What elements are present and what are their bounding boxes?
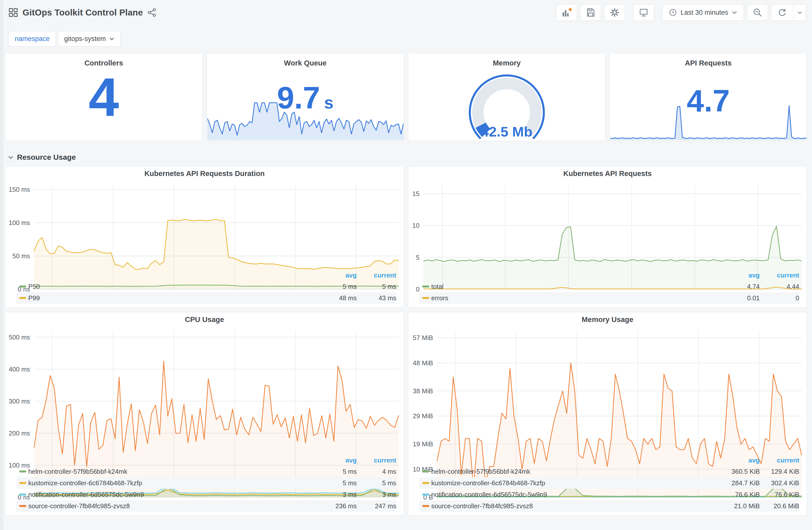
legend-header: avgcurrent bbox=[16, 270, 396, 281]
legend-row[interactable]: kustomize-controller-6c6784b468-7kzfp5 m… bbox=[16, 477, 396, 489]
panel-k8s-api-requests: Kubernetes API Requests 05101515:0515:10… bbox=[408, 166, 807, 308]
panel-title[interactable]: Kubernetes API Requests bbox=[408, 166, 807, 181]
series-current-value: 0 bbox=[760, 294, 799, 302]
series-current-value: 4 ms bbox=[357, 468, 396, 475]
svg-text:10: 10 bbox=[412, 222, 420, 229]
series-label: P99 bbox=[28, 294, 313, 302]
series-current-value: 302.4 KiB bbox=[760, 479, 799, 487]
legend-sort-avg[interactable]: avg bbox=[716, 271, 760, 279]
series-label: notification-controller-6d56575dc-5w9n9 bbox=[431, 491, 716, 499]
memory-gauge: 42.5 Mb bbox=[464, 69, 550, 141]
series-color-swatch bbox=[422, 505, 429, 507]
series-current-value: 4.44 bbox=[760, 283, 799, 291]
legend-row[interactable]: kustomize-controller-6c6784b468-7kzfp284… bbox=[419, 477, 799, 489]
series-current-value: 5 ms bbox=[357, 479, 396, 487]
series-avg-value: 48 ms bbox=[313, 294, 357, 302]
api-requests-stat-value: 4.7 bbox=[610, 85, 807, 116]
chevron-down-icon bbox=[797, 11, 802, 14]
panel-title[interactable]: Memory Usage bbox=[408, 312, 807, 327]
legend-sort-current[interactable]: current bbox=[760, 271, 799, 279]
series-avg-value: 0.01 bbox=[716, 294, 760, 302]
charts-row-2: CPU Usage 0 ns100 ms200 ms300 ms400 ms50… bbox=[5, 312, 807, 515]
series-avg-value: 21.0 MiB bbox=[716, 502, 760, 510]
legend-row[interactable]: total4.744.44 bbox=[419, 281, 799, 292]
svg-text:300 ms: 300 ms bbox=[9, 398, 30, 405]
refresh-interval-dropdown[interactable] bbox=[793, 4, 806, 20]
legend-row[interactable]: notification-controller-6d56575dc-5w9n97… bbox=[419, 489, 799, 500]
dashboard-header: GitOps Toolkit Control Plane bbox=[9, 3, 806, 22]
series-avg-value: 4.74 bbox=[716, 283, 760, 291]
legend-sort-current[interactable]: current bbox=[357, 456, 396, 464]
legend-row[interactable]: source-controller-7fb84fc985-zvsz821.0 M… bbox=[419, 500, 799, 512]
cpu-usage-chart[interactable]: 0 ns100 ms200 ms300 ms400 ms500 ms15:051… bbox=[5, 327, 404, 455]
legend-sort-avg[interactable]: avg bbox=[313, 271, 357, 279]
panel-memory-usage: Memory Usage 0 B10 MiB19 MiB29 MiB38 MiB… bbox=[408, 312, 807, 515]
panel-k8s-api-requests-duration: Kubernetes API Requests Duration 0 ns50 … bbox=[5, 166, 404, 308]
variable-label-namespace[interactable]: namespace bbox=[9, 31, 56, 46]
legend: avgcurrentP505 ms5 msP9948 ms43 ms bbox=[5, 270, 404, 307]
series-color-swatch bbox=[19, 471, 26, 472]
legend: avgcurrenttotal4.744.44errors0.010 bbox=[408, 270, 807, 307]
series-avg-value: 76.6 KiB bbox=[716, 491, 760, 499]
cycle-view-mode-button[interactable] bbox=[633, 4, 654, 21]
collapsed-sidebar-edge bbox=[0, 0, 3, 530]
series-avg-value: 5 ms bbox=[313, 283, 357, 291]
series-current-value: 247 ms bbox=[357, 502, 396, 510]
chevron-down-icon bbox=[8, 156, 14, 159]
series-avg-value: 3 ms bbox=[313, 491, 357, 499]
series-label: P50 bbox=[28, 283, 313, 291]
legend-sort-avg[interactable]: avg bbox=[313, 456, 357, 464]
variable-value-dropdown[interactable]: gitops-system bbox=[58, 31, 121, 46]
share-icon[interactable] bbox=[147, 8, 156, 17]
legend-sort-current[interactable]: current bbox=[760, 456, 799, 464]
refresh-button[interactable] bbox=[771, 4, 793, 20]
row-resource-usage[interactable]: Resource Usage bbox=[8, 153, 76, 162]
legend-sort-current[interactable]: current bbox=[357, 271, 396, 279]
time-range-label: Last 30 minutes bbox=[680, 9, 728, 16]
series-label: kustomize-controller-6c6784b468-7kzfp bbox=[431, 479, 716, 487]
memory-usage-chart[interactable]: 0 B10 MiB19 MiB29 MiB38 MiB48 MiB57 MiB1… bbox=[408, 327, 807, 455]
panel-title[interactable]: CPU Usage bbox=[5, 312, 404, 327]
k8s-api-requests-duration-chart[interactable]: 0 ns50 ms100 ms150 ms15:0515:1015:1515:2… bbox=[5, 181, 404, 270]
svg-text:19 MiB: 19 MiB bbox=[413, 440, 433, 448]
legend-row[interactable]: errors0.010 bbox=[419, 292, 799, 304]
panel-memory: Memory 42.5 Mb bbox=[408, 53, 606, 141]
legend-row[interactable]: notification-controller-6d56575dc-5w9n93… bbox=[16, 489, 396, 500]
legend-sort-avg[interactable]: avg bbox=[716, 456, 760, 464]
chevron-down-icon bbox=[732, 11, 737, 14]
series-color-swatch bbox=[19, 482, 26, 484]
zoom-out-icon bbox=[752, 8, 763, 17]
panel-title[interactable]: Kubernetes API Requests Duration bbox=[5, 166, 404, 181]
series-label: helm-controller-57f9b56bbf-k24mk bbox=[28, 468, 313, 475]
legend: avgcurrenthelm-controller-57f9b56bbf-k24… bbox=[5, 455, 404, 515]
svg-text:150 ms: 150 ms bbox=[9, 186, 30, 193]
legend-row[interactable]: P505 ms5 ms bbox=[16, 281, 396, 292]
add-panel-button[interactable] bbox=[556, 4, 577, 21]
svg-text:50 ms: 50 ms bbox=[12, 252, 30, 260]
panel-title[interactable]: API Requests bbox=[610, 56, 807, 70]
series-color-swatch bbox=[422, 285, 429, 288]
legend-row[interactable]: P9948 ms43 ms bbox=[16, 292, 396, 304]
svg-text:100 ms: 100 ms bbox=[9, 219, 30, 226]
series-avg-value: 5 ms bbox=[313, 479, 357, 487]
series-label: total bbox=[431, 283, 716, 291]
dashboard-grid-icon[interactable] bbox=[9, 8, 18, 17]
svg-text:29 MiB: 29 MiB bbox=[413, 412, 433, 420]
save-dashboard-button[interactable] bbox=[580, 4, 601, 21]
zoom-out-button[interactable] bbox=[747, 4, 768, 21]
series-current-value: 3 ms bbox=[357, 491, 396, 499]
legend-row[interactable]: helm-controller-57f9b56bbf-k24mk5 ms4 ms bbox=[16, 466, 396, 477]
dashboard-settings-button[interactable] bbox=[604, 4, 625, 21]
panel-title[interactable]: Work Queue bbox=[207, 56, 404, 70]
panel-api-requests: API Requests 4.7 bbox=[610, 53, 807, 141]
time-range-picker[interactable]: Last 30 minutes bbox=[662, 4, 744, 21]
svg-text:15: 15 bbox=[412, 190, 420, 197]
legend-row[interactable]: source-controller-7fb84fc985-zvsz8236 ms… bbox=[16, 500, 396, 512]
series-color-swatch bbox=[19, 505, 26, 507]
dashboard-variables: namespace gitops-system bbox=[9, 31, 120, 46]
memory-gauge-value: 42.5 Mb bbox=[464, 123, 550, 140]
legend-row[interactable]: helm-controller-57f9b56bbf-k24mk360.5 Ki… bbox=[419, 466, 799, 477]
series-avg-value: 360.5 KiB bbox=[716, 468, 760, 475]
k8s-api-requests-chart[interactable]: 05101515:0515:1015:1515:2015:2515:30 bbox=[408, 181, 807, 270]
panel-title[interactable]: Memory bbox=[408, 56, 605, 70]
